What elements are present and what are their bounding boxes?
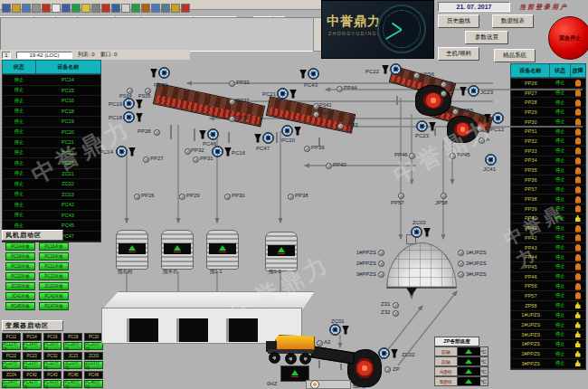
temp-unit: ℃ — [480, 347, 488, 356]
silo-2[interactable] — [161, 230, 194, 270]
hopper-icon — [199, 130, 206, 139]
point-zp — [384, 366, 391, 373]
label-ps41: PS41 — [319, 111, 331, 117]
point-z31 — [393, 302, 399, 308]
point-pp31 — [193, 157, 199, 163]
label-pc16: PC16 — [232, 150, 245, 156]
label-pp33: PP33 — [236, 80, 250, 85]
label-pp38: PP38 — [295, 193, 308, 198]
point-d — [441, 81, 447, 88]
silo-1[interactable] — [116, 230, 148, 270]
unit-pc46[interactable] — [199, 128, 219, 140]
fan-icon — [485, 154, 497, 166]
unit-pc22[interactable] — [382, 63, 402, 75]
point-pp45 — [450, 153, 456, 159]
unit-zc02[interactable] — [378, 347, 398, 359]
label-pp40: PP40 — [333, 162, 346, 167]
unit-pc43[interactable] — [299, 68, 319, 80]
fan-icon — [262, 132, 274, 144]
dump-truck[interactable] — [266, 329, 318, 367]
warehouse-door-3 — [226, 318, 258, 342]
label-pc21: PC21 — [262, 91, 276, 97]
label-pp30: PP30 — [232, 193, 245, 198]
label-c: C — [449, 90, 452, 95]
label-pp26: PP26 — [141, 193, 155, 198]
temp-point-label: 后轴 — [435, 357, 458, 365]
fan-icon — [207, 128, 219, 140]
crusher-2[interactable] — [447, 116, 479, 143]
label-pp45: PP45 — [457, 152, 470, 157]
unit-jc23[interactable] — [460, 85, 479, 97]
label-pc47: PC47 — [256, 146, 270, 151]
hopper-icon — [460, 87, 467, 96]
label-pc12: PC12 — [490, 127, 504, 132]
label-pc19: PC19 — [109, 101, 122, 107]
label-zc02: ZC02 — [402, 352, 415, 357]
unit-pc42[interactable] — [150, 67, 170, 79]
unit-pc21[interactable] — [277, 88, 297, 100]
temp-point-label: A绕组 — [435, 367, 458, 375]
temp-unit: ℃ — [480, 377, 488, 385]
hopper-icon — [423, 228, 431, 237]
fan-icon — [158, 67, 170, 79]
label-pc14: PC14 — [100, 149, 113, 155]
temp-indicator — [458, 377, 481, 385]
dome-feed-label: 2#PPZS — [355, 258, 384, 269]
unit-pc12[interactable] — [484, 112, 504, 124]
hopper-icon — [299, 70, 307, 79]
zp-temperature-table: ZP各部温度 前轴 ℃ 后轴 ℃ A绕组 ℃ B绕组 — [434, 337, 488, 386]
label-zp: ZP — [393, 366, 400, 372]
label-jc23: JC23 — [480, 90, 493, 95]
point-pp46 — [409, 153, 415, 159]
unit-pc19[interactable] — [123, 98, 143, 109]
label-pp31: PP31 — [200, 156, 213, 161]
slider-knob[interactable] — [310, 380, 319, 389]
temp-indicator — [458, 367, 481, 375]
unit-zc01[interactable] — [329, 324, 349, 336]
fan-icon — [411, 226, 422, 238]
temp-row: B绕组 ℃ — [434, 376, 488, 386]
point-z32 — [393, 310, 399, 317]
hopper-icon — [342, 326, 349, 335]
silo-3[interactable] — [206, 230, 239, 270]
label-pc46: PC46 — [203, 141, 216, 147]
label-d: D — [449, 81, 452, 86]
point-pp38 — [288, 194, 294, 200]
unit-pc47[interactable] — [254, 132, 274, 144]
fan-icon — [281, 125, 293, 137]
fan-icon — [308, 68, 319, 80]
unit-pc20[interactable] — [281, 125, 301, 137]
fan-icon — [116, 146, 128, 157]
point-pp27 — [143, 157, 149, 163]
point-pp36 — [229, 116, 235, 122]
fan-icon — [492, 112, 504, 124]
unit-zc03[interactable] — [411, 226, 431, 238]
label-pp37: PP37 — [236, 98, 250, 103]
point-pp33 — [229, 81, 235, 87]
label-pp36: PP36 — [236, 115, 250, 120]
unit-pc16[interactable] — [212, 146, 232, 157]
fan-icon — [123, 98, 135, 109]
temp-table-title: ZP各部温度 — [434, 337, 479, 346]
point-pp30 — [224, 194, 231, 200]
unit-jc41[interactable] — [485, 154, 497, 166]
point-pp40 — [326, 163, 332, 169]
point-pp28 — [154, 129, 160, 136]
frequency-slider[interactable] — [306, 380, 351, 389]
label-jp58: JP58 — [435, 200, 448, 205]
silo-4[interactable] — [265, 232, 298, 271]
crusher-1[interactable] — [415, 85, 451, 116]
dome-discharge — [406, 288, 417, 296]
temp-row: A绕组 ℃ — [434, 366, 488, 376]
unit-pc18[interactable] — [123, 111, 143, 123]
label-ps34: PS34 — [119, 94, 131, 100]
hopper-icon — [224, 147, 232, 157]
silo-level-indicator — [268, 245, 295, 256]
fan-icon — [123, 111, 135, 123]
dome-feed-label: 3#PPZS — [355, 269, 384, 280]
unit-pc14[interactable] — [116, 146, 136, 157]
unit-pc23[interactable] — [416, 120, 436, 132]
label-0hz: 0HZ — [267, 381, 277, 386]
fan-icon — [416, 120, 428, 132]
temp-indicator — [458, 357, 481, 365]
